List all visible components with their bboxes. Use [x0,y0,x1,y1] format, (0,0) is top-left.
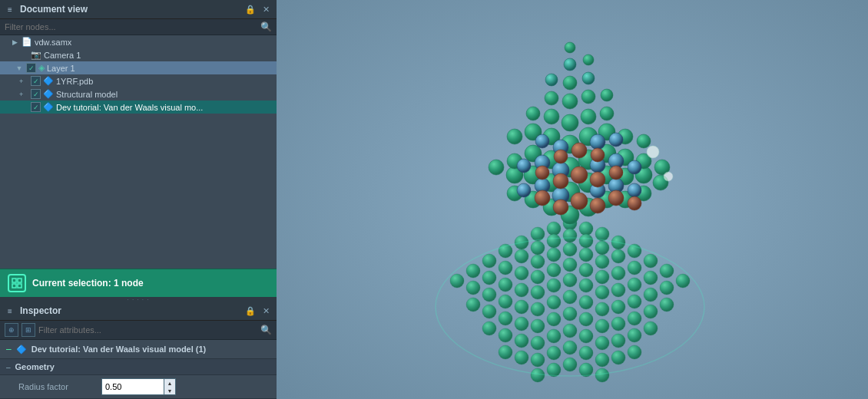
svg-point-50 [660,264,674,278]
svg-point-76 [628,312,641,325]
svg-point-56 [531,302,545,316]
geometry-section-header[interactable]: – Geometry [0,359,277,375]
svg-point-30 [531,270,545,284]
svg-point-70 [531,319,545,333]
radius-factor-input[interactable] [102,381,164,393]
svg-point-169 [562,114,578,131]
svg-point-55 [515,300,528,314]
svg-point-79 [482,322,496,335]
layer1-icon: ◈ [38,63,45,73]
radius-factor-down-btn[interactable]: ▼ [164,387,175,394]
tree-item-devtutorial[interactable]: ✓ 🔷 Dev tutorial: Van der Waals visual m… [0,101,277,114]
tree-item-1yrf[interactable]: + ✓ 🔷 1YRF.pdb [0,74,277,87]
svg-point-13 [547,234,561,248]
svg-point-43 [547,279,561,292]
svg-point-164 [609,133,623,147]
svg-rect-1 [18,279,22,282]
layer1-checkbox[interactable]: ✓ [26,63,36,73]
geometry-section-title: Geometry [15,362,55,371]
tree-item-camera[interactable]: 📷 Camera 1 [0,48,277,61]
inspector-lock-btn[interactable]: 🔒 [244,305,257,317]
svg-point-99 [531,368,545,382]
inspector-close-btn[interactable]: ✕ [260,305,272,317]
radius-factor-up-btn[interactable]: ▲ [164,379,175,387]
tree-item-structural[interactable]: + ✓ 🔷 Structural model [0,87,277,101]
svg-point-165 [535,134,549,148]
1yrf-icon: 🔷 [43,76,54,86]
svg-point-185 [664,172,673,181]
svg-point-150 [590,172,605,187]
svg-point-41 [515,283,528,297]
devtutorial-checkbox[interactable]: ✓ [31,102,41,112]
svg-point-82 [531,336,545,350]
1yrf-checkbox[interactable]: ✓ [31,76,41,86]
inspector-node-type-icon: 🔷 [16,345,27,354]
svg-point-85 [579,329,593,343]
inspector-node-text: Dev tutorial: Van der Waals visual model… [31,345,207,354]
svg-point-152 [609,166,623,180]
radius-factor-label: Radius factor [18,382,95,391]
svg-point-36 [628,261,641,275]
inspector-nav-btn2[interactable]: ⊞ [22,323,35,337]
svg-point-167 [591,148,605,162]
svg-point-51 [450,274,464,288]
radius-factor-spinners: ▲ ▼ [164,379,175,394]
svg-point-177 [601,89,613,101]
selection-text: Current selection: 1 node [32,278,144,289]
structural-icon: 🔷 [43,89,54,99]
inspector-search-icon: 🔍 [260,325,272,335]
svg-point-38 [466,264,480,278]
svg-point-95 [579,346,593,360]
svg-point-59 [579,295,593,309]
svg-point-39 [482,271,496,285]
structural-checkbox[interactable]: ✓ [31,89,41,99]
svg-point-40 [499,278,512,292]
svg-point-67 [482,305,496,318]
svg-point-92 [531,353,545,367]
svg-point-88 [628,328,641,342]
selection-icon [8,274,26,292]
svg-point-180 [545,74,558,86]
svg-point-147 [628,160,641,174]
inspector-node-label-row: – 🔷 Dev tutorial: Van der Waals visual m… [0,340,277,359]
inspector-nav-btn1[interactable]: ⊕ [5,323,18,337]
node-filter-bar: 🔍 [0,19,277,35]
svg-point-72 [563,307,577,321]
svg-point-172 [600,107,614,120]
svg-point-25 [611,249,625,263]
svg-rect-3 [18,284,22,288]
tree-item-root[interactable]: ▶ 📄 vdw.samx [0,35,277,48]
svg-point-142 [489,160,504,175]
svg-point-37 [644,254,658,268]
tree-item-layer1[interactable]: ▼ ✓ ◈ Layer 1 [0,61,277,74]
svg-point-15 [579,234,593,248]
viewport[interactable] [277,0,868,399]
svg-point-49 [644,271,658,285]
svg-point-80 [499,328,512,342]
inspector-filter-input[interactable] [38,325,257,335]
document-view-lock-btn[interactable]: 🔒 [244,3,257,15]
svg-point-153 [535,166,549,180]
inspector-icon: ≡ [5,305,15,316]
svg-point-63 [644,288,658,302]
svg-point-35 [611,266,625,280]
svg-point-91 [515,351,528,364]
svg-point-73 [579,312,593,326]
svg-point-181 [564,58,576,71]
svg-point-184 [647,146,659,158]
radius-factor-row: Radius factor ▲ ▼ [0,375,277,399]
node-filter-input[interactable] [5,22,257,31]
svg-point-179 [582,72,595,84]
svg-point-44 [563,273,577,287]
svg-point-98 [628,345,641,359]
svg-point-34 [595,270,609,284]
devtutorial-label: Dev tutorial: Van der Waals visual mo... [56,103,203,112]
document-view-close-btn[interactable]: ✕ [260,3,272,15]
svg-point-131 [535,190,550,206]
svg-point-175 [581,90,595,104]
inspector-actions: 🔒 ✕ [244,305,272,317]
svg-point-75 [611,317,625,331]
svg-point-87 [611,334,625,348]
svg-point-45 [579,279,593,292]
svg-point-126 [517,183,531,197]
